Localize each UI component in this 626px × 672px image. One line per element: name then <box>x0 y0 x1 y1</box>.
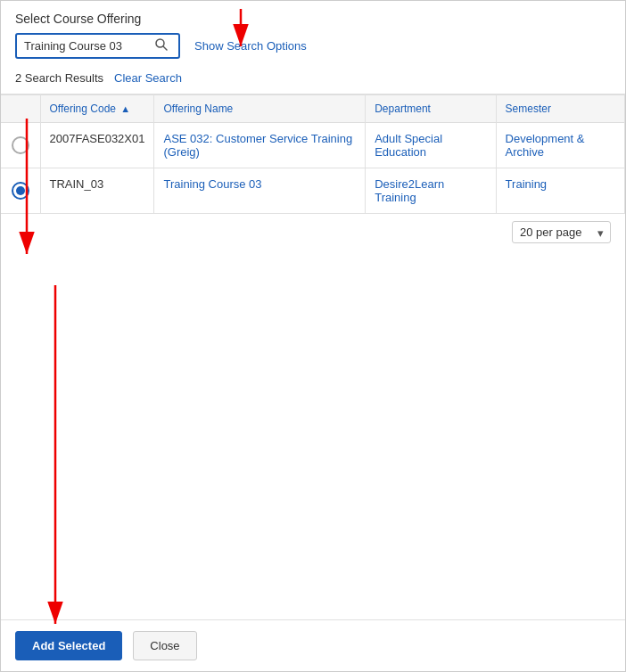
col-semester: Semester <box>496 95 624 123</box>
page-header: Select Course Offering Show Search Optio… <box>1 1 625 94</box>
col-department: Department <box>366 95 496 123</box>
show-search-options-link[interactable]: Show Search Options <box>194 39 307 53</box>
department-link-2[interactable]: Desire2Learn Training <box>375 177 444 204</box>
select-cell-selected[interactable] <box>1 168 40 214</box>
radio-selected-wrapper[interactable] <box>10 182 31 200</box>
radio-inner-dot <box>16 186 25 195</box>
page-wrapper: Select Course Offering Show Search Optio… <box>0 0 626 672</box>
semester-link-2[interactable]: Training <box>506 177 547 191</box>
offering-code-cell-2: TRAIN_03 <box>40 168 154 214</box>
page-footer: Add Selected Close <box>1 619 625 671</box>
per-page-wrapper: 20 per page 50 per page 100 per page <box>512 221 611 243</box>
table-row: 2007FASE032X01 ASE 032: Customer Service… <box>1 123 625 168</box>
offering-name-cell: ASE 032: Customer Service Training (Grei… <box>154 123 366 168</box>
offering-name-link[interactable]: ASE 032: Customer Service Training (Grei… <box>163 132 352 159</box>
col-select <box>1 95 40 123</box>
results-row: 2 Search Results Clear Search <box>15 66 611 88</box>
col-offering-name-label: Offering Name <box>163 102 233 115</box>
clear-search-link[interactable]: Clear Search <box>114 71 182 85</box>
offering-code-cell: 2007FASE032X01 <box>40 123 154 168</box>
radio-unselected-wrapper[interactable] <box>10 136 31 154</box>
col-department-label: Department <box>375 102 431 115</box>
add-selected-button[interactable]: Add Selected <box>15 631 122 660</box>
select-cell[interactable] <box>1 123 40 168</box>
col-offering-code[interactable]: Offering Code ▲ <box>40 95 154 123</box>
results-count: 2 Search Results <box>15 71 103 85</box>
results-table: Offering Code ▲ Offering Name Department… <box>1 94 625 214</box>
svg-line-1 <box>163 46 167 50</box>
col-offering-name: Offering Name <box>154 95 366 123</box>
col-offering-code-label: Offering Code <box>50 102 117 115</box>
page-title: Select Course Offering <box>15 12 611 26</box>
search-button[interactable] <box>153 38 169 53</box>
search-row: Show Search Options <box>15 33 611 59</box>
offering-name-link-2[interactable]: Training Course 03 <box>163 177 261 191</box>
table-header-row: Offering Code ▲ Offering Name Department… <box>1 95 625 123</box>
radio-selected[interactable] <box>12 182 29 200</box>
table-wrapper: Offering Code ▲ Offering Name Department… <box>1 94 625 438</box>
search-input[interactable] <box>24 39 153 53</box>
col-semester-label: Semester <box>506 102 551 115</box>
department-cell-2: Desire2Learn Training <box>366 168 496 214</box>
per-page-select[interactable]: 20 per page 50 per page 100 per page <box>512 221 611 243</box>
close-button[interactable]: Close <box>133 631 196 660</box>
search-box <box>15 33 180 59</box>
spacer <box>1 438 625 619</box>
sort-asc-icon: ▲ <box>120 103 130 114</box>
table-row: TRAIN_03 Training Course 03 Desire2Learn… <box>1 168 625 214</box>
offering-name-cell-2: Training Course 03 <box>154 168 366 214</box>
table-body: 2007FASE032X01 ASE 032: Customer Service… <box>1 123 625 214</box>
pagination-row: 20 per page 50 per page 100 per page <box>1 214 625 250</box>
department-cell: Adult Special Education <box>366 123 496 168</box>
department-link[interactable]: Adult Special Education <box>375 132 442 159</box>
semester-cell-2: Training <box>496 168 624 214</box>
semester-link[interactable]: Development & Archive <box>506 132 585 159</box>
radio-unselected[interactable] <box>12 136 29 154</box>
search-icon <box>155 38 168 51</box>
semester-cell: Development & Archive <box>496 123 624 168</box>
